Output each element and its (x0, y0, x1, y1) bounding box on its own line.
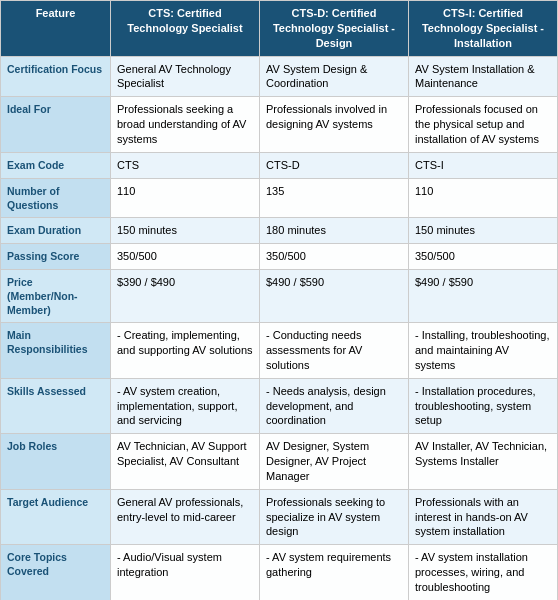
feature-label: Core Topics Covered (1, 545, 111, 600)
cell-row7-col3: - Installing, troubleshooting, and maint… (409, 323, 558, 379)
cell-row2-col2: CTS-D (260, 152, 409, 178)
header-cts-d: CTS-D: Certified Technology Specialist -… (260, 1, 409, 57)
feature-label: Ideal For (1, 97, 111, 153)
cell-row7-col1: - Creating, implementing, and supporting… (111, 323, 260, 379)
cell-row8-col2: - Needs analysis, design development, an… (260, 378, 409, 434)
cell-row4-col1: 150 minutes (111, 217, 260, 243)
cell-row8-col1: - AV system creation, implementation, su… (111, 378, 260, 434)
cell-row11-col1: - Audio/Visual system integration (111, 545, 260, 600)
cell-row9-col3: AV Installer, AV Technician, Systems Ins… (409, 434, 558, 490)
cell-row0-col3: AV System Installation & Maintenance (409, 56, 558, 97)
cell-row4-col2: 180 minutes (260, 217, 409, 243)
cell-row11-col2: - AV system requirements gathering (260, 545, 409, 600)
cell-row10-col3: Professionals with an interest in hands-… (409, 489, 558, 545)
feature-label: Target Audience (1, 489, 111, 545)
cell-row9-col1: AV Technician, AV Support Specialist, AV… (111, 434, 260, 490)
cell-row3-col1: 110 (111, 178, 260, 217)
header-cts-i: CTS-I: Certified Technology Specialist -… (409, 1, 558, 57)
cell-row5-col1: 350/500 (111, 243, 260, 269)
feature-label: Passing Score (1, 243, 111, 269)
cell-row0-col2: AV System Design & Coordination (260, 56, 409, 97)
cell-row11-col3: - AV system installation processes, wiri… (409, 545, 558, 600)
feature-label: Number of Questions (1, 178, 111, 217)
feature-label: Price (Member/Non-Member) (1, 269, 111, 323)
cell-row1-col2: Professionals involved in designing AV s… (260, 97, 409, 153)
cell-row7-col2: - Conducting needs assessments for AV so… (260, 323, 409, 379)
cell-row0-col1: General AV Technology Specialist (111, 56, 260, 97)
cell-row6-col2: $490 / $590 (260, 269, 409, 323)
cell-row2-col3: CTS-I (409, 152, 558, 178)
cell-row8-col3: - Installation procedures, troubleshooti… (409, 378, 558, 434)
cell-row10-col2: Professionals seeking to specialize in A… (260, 489, 409, 545)
cell-row5-col3: 350/500 (409, 243, 558, 269)
cell-row1-col1: Professionals seeking a broad understand… (111, 97, 260, 153)
cell-row2-col1: CTS (111, 152, 260, 178)
cell-row5-col2: 350/500 (260, 243, 409, 269)
feature-label: Exam Duration (1, 217, 111, 243)
cell-row10-col1: General AV professionals, entry-level to… (111, 489, 260, 545)
feature-label: Job Roles (1, 434, 111, 490)
header-cts: CTS: Certified Technology Specialist (111, 1, 260, 57)
cell-row1-col3: Professionals focused on the physical se… (409, 97, 558, 153)
feature-label: Main Responsibilities (1, 323, 111, 379)
feature-label: Exam Code (1, 152, 111, 178)
cell-row9-col2: AV Designer, System Designer, AV Project… (260, 434, 409, 490)
cell-row3-col2: 135 (260, 178, 409, 217)
cell-row6-col1: $390 / $490 (111, 269, 260, 323)
cell-row6-col3: $490 / $590 (409, 269, 558, 323)
feature-label: Certification Focus (1, 56, 111, 97)
cell-row3-col3: 110 (409, 178, 558, 217)
cell-row4-col3: 150 minutes (409, 217, 558, 243)
header-feature: Feature (1, 1, 111, 57)
feature-label: Skills Assessed (1, 378, 111, 434)
